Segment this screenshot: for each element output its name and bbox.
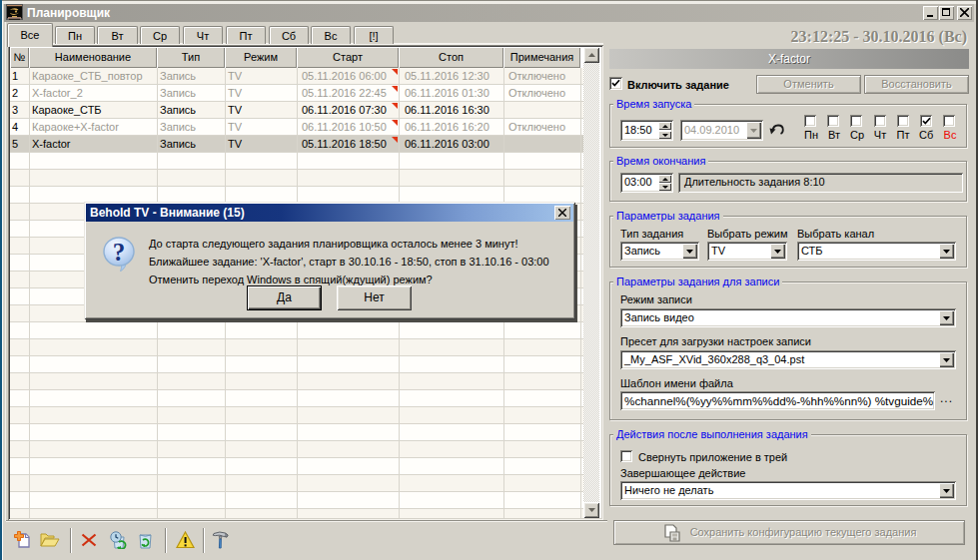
svg-text:?: ? [113,239,126,266]
